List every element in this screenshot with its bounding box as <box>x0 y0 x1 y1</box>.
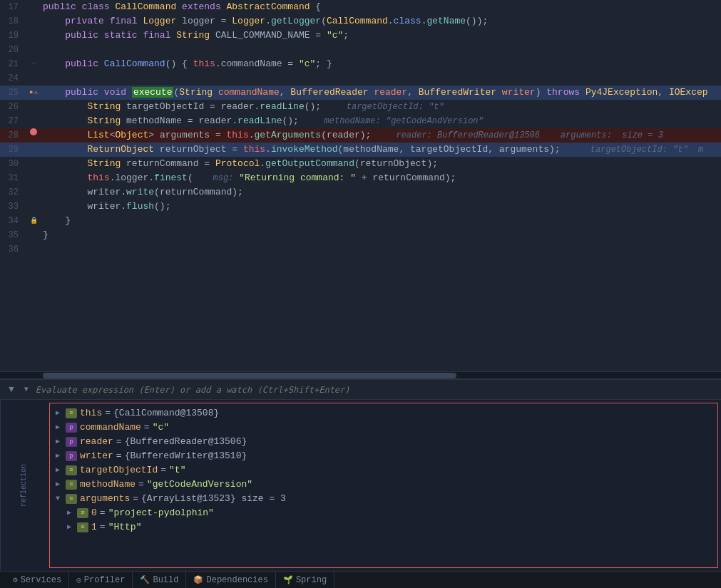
code-line-32: 32 writer.write(returnCommand); <box>0 185 721 200</box>
var-icon-commandname: p <box>66 423 77 433</box>
line-number-20: 20 <box>0 43 27 57</box>
code-line-36: 36 <box>0 242 721 257</box>
status-dependencies[interactable]: 📦 Dependencies <box>186 572 275 588</box>
var-name-arguments: arguments <box>80 492 130 506</box>
build-icon: 🔨 <box>140 575 150 584</box>
scrollbar-thumb[interactable] <box>43 373 456 378</box>
var-item-arg1[interactable]: ▶ ≡ 1 = "Http" <box>67 520 712 535</box>
debug-sidebar-reflection: reflection <box>0 400 46 571</box>
var-name-writer: writer <box>80 449 113 463</box>
var-val-writer: {BufferedWriter@13510} <box>125 449 247 463</box>
var-expand-arg0[interactable]: ▶ <box>67 506 77 520</box>
line-content-27: String methodName = reader.readLine(); m… <box>40 114 721 128</box>
horizontal-scrollbar[interactable] <box>0 371 721 378</box>
line-content-24 <box>40 71 721 86</box>
code-line-20: 20 <box>0 43 721 57</box>
var-item-writer[interactable]: ▶ p writer = {BufferedWriter@13510} <box>56 449 712 463</box>
dependencies-label: Dependencies <box>206 575 267 585</box>
var-expand-commandname[interactable]: ▶ <box>56 421 66 435</box>
var-icon-methodname: ≡ <box>66 480 77 490</box>
line-content-34: } <box>40 214 721 228</box>
breakpoint-28[interactable] <box>30 128 37 135</box>
line-content-25: public void execute(String commandName, … <box>40 86 721 100</box>
line-content-36 <box>40 242 721 257</box>
code-line-25: 25 ●⚠ public void execute(String command… <box>0 86 721 100</box>
var-item-arg0[interactable]: ▶ ≡ 0 = "project-pydolphin" <box>67 506 712 520</box>
fold-icon-21[interactable]: − <box>31 57 36 71</box>
dependencies-icon: 📦 <box>193 575 203 584</box>
expand-button[interactable]: ▼ <box>21 384 31 395</box>
services-label: Services <box>21 575 62 585</box>
line-number-30: 30 <box>0 157 27 171</box>
var-name-commandname: commandName <box>80 421 141 435</box>
line-number-18: 18 <box>0 14 27 29</box>
var-expand-targetobjectid[interactable]: ▶ <box>56 463 66 478</box>
status-build[interactable]: 🔨 Build <box>133 572 186 588</box>
warn-25: ⚠ <box>34 86 37 100</box>
var-val-reader: {BufferedReader@13506} <box>125 435 247 449</box>
var-name-reader: reader <box>80 435 113 449</box>
var-name-arg0: 0 <box>91 506 97 520</box>
var-icon-writer: p <box>66 451 77 461</box>
var-expand-methodname[interactable]: ▶ <box>56 478 66 492</box>
gutter-21: − <box>27 57 40 71</box>
arrow-25: ● <box>29 86 33 100</box>
status-spring[interactable]: 🌱 Spring <box>276 572 334 588</box>
line-number-35: 35 <box>0 228 27 242</box>
code-line-27: 27 String methodName = reader.readLine()… <box>0 114 721 128</box>
line-content-19: public static final String CALL_COMMAND_… <box>40 29 721 43</box>
var-item-commandname[interactable]: ▶ p commandName = "c" <box>56 421 712 435</box>
debug-toolbar: ▼ ▼ <box>0 380 721 400</box>
line-content-18: private final Logger logger = Logger.get… <box>40 14 721 29</box>
line-number-24: 24 <box>0 71 27 86</box>
status-services[interactable]: ⚙ Services <box>6 572 69 588</box>
code-line-34: 34 🔒 } <box>0 214 721 228</box>
line-number-33: 33 <box>0 200 27 214</box>
var-expand-this[interactable]: ▶ <box>56 406 66 421</box>
var-expand-arguments[interactable]: ▼ <box>56 492 66 506</box>
var-eq-targetobjectid: = <box>160 463 166 478</box>
var-eq-arg1: = <box>100 520 106 535</box>
services-icon: ⚙ <box>13 575 18 584</box>
line-content-17: public class CallCommand extends Abstrac… <box>40 0 721 14</box>
code-lines: 17 public class CallCommand extends Abst… <box>0 0 721 371</box>
code-line-35: 35 } <box>0 228 721 242</box>
code-line-21: 21 − public CallCommand() { this.command… <box>0 57 721 71</box>
lock-icon-34: 🔒 <box>30 214 38 228</box>
code-line-24: 24 <box>0 71 721 86</box>
var-item-reader[interactable]: ▶ p reader = {BufferedReader@13506} <box>56 435 712 449</box>
spring-icon: 🌱 <box>283 575 293 584</box>
status-profiler[interactable]: ◎ Profiler <box>69 572 133 588</box>
var-item-arguments[interactable]: ▼ ≡ arguments = {ArrayList@13523} size =… <box>56 492 712 506</box>
var-name-methodname: methodName <box>80 478 135 492</box>
var-icon-targetobjectid: ≡ <box>66 465 77 475</box>
var-val-arguments: {ArrayList@13523} size = 3 <box>141 492 286 506</box>
line-number-19: 19 <box>0 29 27 43</box>
var-item-methodname[interactable]: ▶ ≡ methodName = "getCodeAndVersion" <box>56 478 712 492</box>
var-name-arg1: 1 <box>91 520 97 535</box>
line-content-20 <box>40 43 721 57</box>
evaluate-input[interactable] <box>36 385 715 395</box>
build-label: Build <box>153 575 178 585</box>
status-bar: ⚙ Services ◎ Profiler 🔨 Build 📦 Dependen… <box>0 571 721 588</box>
profiler-icon: ◎ <box>76 575 81 584</box>
var-val-commandname: "c" <box>153 421 169 435</box>
var-eq-this: = <box>105 406 111 421</box>
var-item-targetobjectid[interactable]: ▶ ≡ targetObjectId = "t" <box>56 463 712 478</box>
code-container: 17 public class CallCommand extends Abst… <box>0 0 721 371</box>
code-line-29: 29 ReturnObject returnObject = this.invo… <box>0 143 721 157</box>
var-eq-commandname: = <box>144 421 150 435</box>
line-content-28: List<Object> arguments = this.getArgumen… <box>40 128 721 143</box>
debug-variables-panel[interactable]: ▶ ≡ this = {CallCommand@13508} ▶ p comma… <box>49 403 718 568</box>
var-item-this[interactable]: ▶ ≡ this = {CallCommand@13508} <box>56 406 712 421</box>
line-content-30: String returnCommand = Protocol.getOutpu… <box>40 157 721 171</box>
filter-button[interactable]: ▼ <box>6 383 17 396</box>
var-expand-reader[interactable]: ▶ <box>56 435 66 449</box>
var-expand-writer[interactable]: ▶ <box>56 449 66 463</box>
var-icon-arguments: ≡ <box>66 494 77 504</box>
var-val-this: {CallCommand@13508} <box>113 406 219 421</box>
var-eq-arg0: = <box>100 506 106 520</box>
line-number-26: 26 <box>0 100 27 114</box>
var-expand-arg1[interactable]: ▶ <box>67 520 77 535</box>
code-line-18: 18 private final Logger logger = Logger.… <box>0 14 721 29</box>
